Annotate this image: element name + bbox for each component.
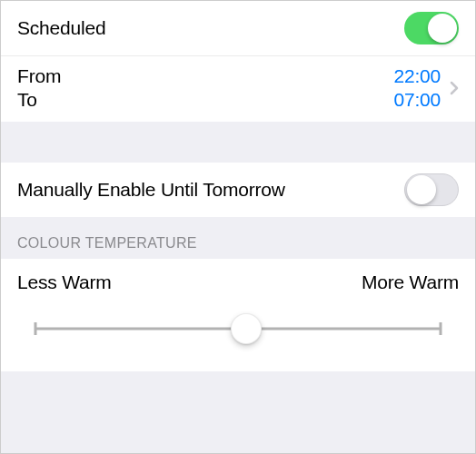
temperature-slider[interactable] — [35, 313, 441, 344]
scheduled-label: Scheduled — [17, 17, 105, 39]
section-gap — [1, 122, 475, 163]
scheduled-row: Scheduled — [1, 1, 475, 55]
from-label: From — [17, 65, 61, 87]
scheduled-section: Scheduled From To 22:00 07:00 — [1, 1, 475, 122]
from-time: 22:00 — [393, 65, 441, 87]
schedule-times: 22:00 07:00 — [393, 65, 441, 111]
slider-tick-max — [440, 322, 442, 335]
slider-labels: Less Warm More Warm — [17, 271, 459, 293]
more-warm-label: More Warm — [362, 271, 459, 293]
temperature-header: COLOUR TEMPERATURE — [1, 217, 475, 259]
to-time: 07:00 — [393, 89, 441, 111]
schedule-labels: From To — [17, 65, 61, 111]
chevron-right-icon — [450, 81, 459, 95]
toggle-knob — [407, 175, 436, 204]
slider-tick-min — [35, 322, 37, 335]
schedule-values: 22:00 07:00 — [393, 65, 459, 111]
scheduled-toggle[interactable] — [404, 12, 459, 44]
to-label: To — [17, 89, 61, 111]
schedule-time-row[interactable]: From To 22:00 07:00 — [1, 55, 475, 122]
manual-label: Manually Enable Until Tomorrow — [17, 179, 285, 201]
manual-toggle[interactable] — [404, 173, 459, 206]
less-warm-label: Less Warm — [17, 271, 112, 293]
toggle-knob — [428, 14, 457, 43]
temperature-section: Less Warm More Warm — [1, 259, 475, 371]
manual-row: Manually Enable Until Tomorrow — [1, 163, 475, 217]
slider-thumb[interactable] — [231, 313, 262, 344]
manual-section: Manually Enable Until Tomorrow — [1, 163, 475, 217]
